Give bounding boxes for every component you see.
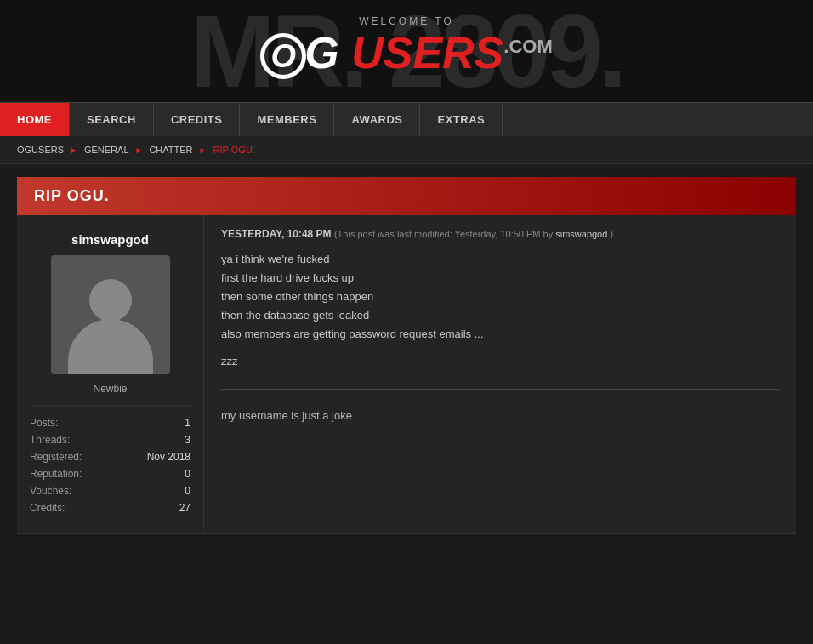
stat-vouches-label: Vouches: [30,485,71,497]
avatar-body [68,319,153,374]
post-body: ya i think we're fuckedfirst the hard dr… [221,250,779,425]
stat-posts: Posts: 1 [30,414,190,431]
breadcrumb-ogusers[interactable]: OGUSERS [17,145,64,155]
stat-posts-label: Posts: [30,417,58,429]
post-modified-author[interactable]: simswapgod [555,229,607,239]
stat-credits: Credits: 27 [30,499,190,516]
user-sidebar: simswapgod Newbie Posts: 1 Threads: 3 Re… [17,215,204,533]
post-modified-suffix: ) [610,229,613,239]
stat-reputation-value: 0 [185,468,190,480]
post-divider [221,389,779,390]
thread-title-bar: RIP OGU. [17,177,796,215]
stat-reputation: Reputation: 0 [30,465,190,482]
thread-title: RIP OGU. [34,187,110,204]
post-reply: my username is just a joke [221,409,352,422]
post-modified-prefix: (This post was last modified: Yesterday,… [334,229,553,239]
breadcrumb-sep-1: ► [70,145,78,155]
nav-awards[interactable]: AWARDS [334,103,420,136]
stat-threads-value: 3 [185,434,190,446]
nav-home[interactable]: HOME [0,103,70,136]
post-modified: (This post was last modified: Yesterday,… [334,229,613,239]
post-body-extra: also members are getting password reques… [221,328,484,340]
breadcrumb: OGUSERS ► GENERAL ► CHATTER ► RIP OGU. [0,136,813,164]
user-stats: Posts: 1 Threads: 3 Registered: Nov 2018… [30,405,190,516]
logo-og: OG [260,28,351,77]
post-author-username[interactable]: simswapgod [30,232,190,247]
breadcrumb-sep-3: ► [199,145,208,155]
breadcrumb-current: RIP OGU. [213,145,254,155]
breadcrumb-general[interactable]: GENERAL [84,145,129,155]
post-body-lines: ya i think we're fuckedfirst the hard dr… [221,250,779,325]
stat-threads-label: Threads: [30,434,70,446]
user-rank: Newbie [30,383,190,395]
logo-o-circle: O [260,33,306,79]
stat-registered: Registered: Nov 2018 [30,448,190,465]
site-logo: OG USERS.COM [260,31,553,79]
stat-vouches: Vouches: 0 [30,482,190,499]
logo-com: .COM [503,36,552,57]
stat-registered-value: Nov 2018 [147,451,190,463]
nav-credits[interactable]: CREDITS [154,103,241,136]
stat-credits-value: 27 [179,502,190,514]
stat-vouches-value: 0 [185,485,190,497]
nav-members[interactable]: MEMBERS [240,103,334,136]
avatar [51,255,170,374]
header-content: WELCOME TO OG USERS.COM [0,9,813,79]
site-header: MR. 2809. WELCOME TO OG USERS.COM [0,0,813,102]
breadcrumb-sep-2: ► [135,145,144,155]
stat-credits-label: Credits: [30,502,65,514]
main-nav: HOME SEARCH CREDITS MEMBERS AWARDS EXTRA… [0,102,813,136]
post-datetime: YESTERDAY, 10:48 PM [221,228,332,240]
logo-users: USERS [351,28,503,77]
stat-registered-label: Registered: [30,451,82,463]
breadcrumb-chatter[interactable]: CHATTER [149,145,192,155]
post-meta: YESTERDAY, 10:48 PM (This post was last … [221,228,779,240]
avatar-head [89,279,132,322]
post-body-zzz: zzz [221,355,238,368]
nav-extras[interactable]: EXTRAS [420,103,503,136]
stat-threads: Threads: 3 [30,431,190,448]
post-container: simswapgod Newbie Posts: 1 Threads: 3 Re… [17,215,796,534]
main-container: RIP OGU. simswapgod Newbie Posts: 1 Thre… [0,164,813,547]
post-content-area: YESTERDAY, 10:48 PM (This post was last … [204,215,796,533]
nav-search[interactable]: SEARCH [70,103,154,136]
stat-reputation-label: Reputation: [30,468,82,480]
welcome-text: WELCOME TO [0,15,813,27]
stat-posts-value: 1 [185,417,190,429]
